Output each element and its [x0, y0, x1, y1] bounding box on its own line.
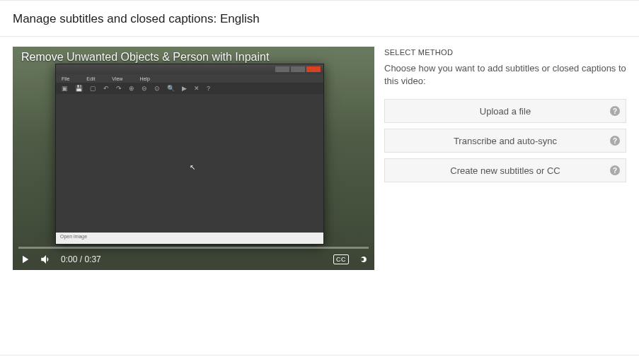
menu-edit: Edit: [86, 76, 95, 81]
menu-file: File: [62, 76, 69, 81]
zoom-out-icon: ⊖: [142, 85, 147, 92]
time-current: 0:00: [61, 254, 77, 264]
video-overlay-title: Remove Unwanted Objects & Person with In…: [21, 51, 269, 64]
window-min-icon: [275, 66, 289, 72]
cursor-icon: ↖: [190, 163, 195, 171]
method-description: Choose how you want to add subtitles or …: [384, 62, 626, 88]
undo-icon: ↶: [103, 85, 109, 92]
help-icon: ?: [207, 85, 210, 92]
window-close-icon: [306, 66, 321, 72]
time-separator: /: [77, 254, 84, 264]
window-max-icon: [291, 66, 305, 72]
app-canvas: ↖: [56, 94, 323, 233]
option-label: Transcribe and auto-sync: [454, 136, 557, 146]
camera-icon: ▣: [62, 85, 68, 92]
video-player[interactable]: Remove Unwanted Objects & Person with In…: [13, 47, 374, 270]
play-icon[interactable]: [18, 253, 31, 266]
video-column: Remove Unwanted Objects & Person with In…: [13, 47, 374, 270]
option-create-new[interactable]: Create new subtitles or CC ?: [384, 158, 626, 182]
option-transcribe-autosync[interactable]: Transcribe and auto-sync ?: [384, 129, 626, 153]
app-menubar: File Edit View Help: [56, 74, 323, 83]
redo-icon: ↷: [116, 85, 122, 92]
menu-help: Help: [139, 76, 149, 81]
content: Remove Unwanted Objects & Person with In…: [0, 37, 639, 270]
save-icon: 💾: [75, 85, 83, 92]
settings-icon[interactable]: [356, 253, 369, 266]
close-icon: ✕: [194, 85, 200, 92]
time-total: 0:37: [84, 254, 100, 264]
option-label: Create new subtitles or CC: [450, 165, 560, 176]
option-upload-file[interactable]: Upload a file ?: [384, 99, 626, 123]
volume-icon[interactable]: [40, 253, 52, 266]
page-title: Manage subtitles and closed captions: En…: [13, 12, 626, 26]
help-icon[interactable]: ?: [610, 165, 620, 175]
video-controls: 0:00 / 0:37 CC: [13, 249, 374, 270]
doc-icon: ▢: [90, 85, 96, 92]
menu-view: View: [112, 76, 122, 81]
app-titlebar: [56, 64, 323, 74]
embedded-app-window: File Edit View Help ▣ 💾 ▢ ↶ ↷ ⊕ ⊖ ⊙: [55, 64, 324, 245]
video-time: 0:00 / 0:37: [61, 254, 101, 264]
cc-button[interactable]: CC: [333, 254, 349, 264]
help-icon[interactable]: ?: [610, 136, 620, 146]
app-toolbar: ▣ 💾 ▢ ↶ ↷ ⊕ ⊖ ⊙ 🔍 ▶ ✕ ?: [56, 83, 323, 94]
option-label: Upload a file: [480, 106, 531, 117]
method-heading: SELECT METHOD: [384, 48, 626, 57]
help-icon[interactable]: ?: [610, 106, 620, 116]
fit-icon: ⊙: [154, 85, 160, 92]
play-run-icon: ▶: [182, 85, 187, 92]
app-statusbar: Open image: [56, 233, 323, 244]
zoom-in-icon: ⊕: [129, 85, 134, 92]
header: Manage subtitles and closed captions: En…: [0, 1, 639, 37]
method-column: SELECT METHOD Choose how you want to add…: [384, 47, 626, 270]
search-icon: 🔍: [167, 85, 175, 92]
